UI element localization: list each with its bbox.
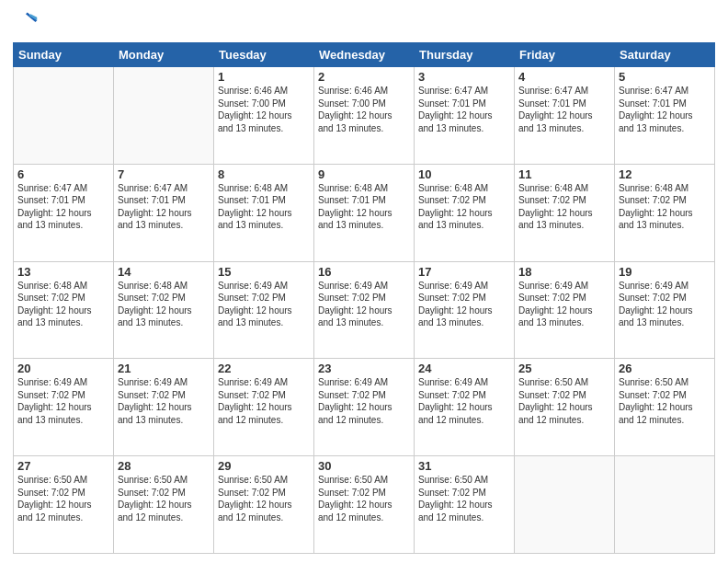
day-info: Sunrise: 6:46 AM Sunset: 7:00 PM Dayligh… xyxy=(218,85,310,134)
day-number: 31 xyxy=(418,459,510,473)
calendar-cell: 1Sunrise: 6:46 AM Sunset: 7:00 PM Daylig… xyxy=(214,67,314,165)
day-info: Sunrise: 6:49 AM Sunset: 7:02 PM Dayligh… xyxy=(218,280,310,329)
calendar-cell: 28Sunrise: 6:50 AM Sunset: 7:02 PM Dayli… xyxy=(114,456,214,554)
day-info: Sunrise: 6:50 AM Sunset: 7:02 PM Dayligh… xyxy=(418,474,510,523)
calendar-cell: 25Sunrise: 6:50 AM Sunset: 7:02 PM Dayli… xyxy=(515,359,615,456)
day-info: Sunrise: 6:49 AM Sunset: 7:02 PM Dayligh… xyxy=(318,376,410,426)
calendar-cell: 21Sunrise: 6:49 AM Sunset: 7:02 PM Dayli… xyxy=(114,359,214,456)
day-info: Sunrise: 6:49 AM Sunset: 7:02 PM Dayligh… xyxy=(318,280,410,329)
day-info: Sunrise: 6:48 AM Sunset: 7:02 PM Dayligh… xyxy=(619,182,711,232)
logo-icon xyxy=(13,9,39,35)
calendar-table: SundayMondayTuesdayWednesdayThursdayFrid… xyxy=(13,42,715,554)
day-info: Sunrise: 6:48 AM Sunset: 7:02 PM Dayligh… xyxy=(418,182,510,232)
weekday-header-thursday: Thursday xyxy=(415,43,515,67)
calendar-week-row: 1Sunrise: 6:46 AM Sunset: 7:00 PM Daylig… xyxy=(14,67,715,165)
day-info: Sunrise: 6:49 AM Sunset: 7:02 PM Dayligh… xyxy=(17,376,109,426)
day-info: Sunrise: 6:49 AM Sunset: 7:02 PM Dayligh… xyxy=(418,280,510,329)
calendar-cell: 17Sunrise: 6:49 AM Sunset: 7:02 PM Dayli… xyxy=(415,261,515,359)
day-info: Sunrise: 6:47 AM Sunset: 7:01 PM Dayligh… xyxy=(118,182,210,232)
day-info: Sunrise: 6:47 AM Sunset: 7:01 PM Dayligh… xyxy=(518,85,610,134)
calendar-cell: 5Sunrise: 6:47 AM Sunset: 7:01 PM Daylig… xyxy=(615,67,715,165)
calendar-week-row: 6Sunrise: 6:47 AM Sunset: 7:01 PM Daylig… xyxy=(14,164,715,261)
day-info: Sunrise: 6:50 AM Sunset: 7:02 PM Dayligh… xyxy=(218,474,310,523)
calendar-cell: 19Sunrise: 6:49 AM Sunset: 7:02 PM Dayli… xyxy=(615,261,715,359)
calendar-cell: 11Sunrise: 6:48 AM Sunset: 7:02 PM Dayli… xyxy=(515,164,615,261)
calendar-cell: 20Sunrise: 6:49 AM Sunset: 7:02 PM Dayli… xyxy=(14,359,114,456)
weekday-header-saturday: Saturday xyxy=(615,43,715,67)
calendar-cell: 26Sunrise: 6:50 AM Sunset: 7:02 PM Dayli… xyxy=(615,359,715,456)
day-info: Sunrise: 6:47 AM Sunset: 7:01 PM Dayligh… xyxy=(418,85,510,134)
calendar-cell: 10Sunrise: 6:48 AM Sunset: 7:02 PM Dayli… xyxy=(415,164,515,261)
day-number: 7 xyxy=(118,167,210,181)
calendar-week-row: 27Sunrise: 6:50 AM Sunset: 7:02 PM Dayli… xyxy=(14,456,715,554)
day-info: Sunrise: 6:50 AM Sunset: 7:02 PM Dayligh… xyxy=(17,474,109,523)
calendar-cell: 24Sunrise: 6:49 AM Sunset: 7:02 PM Dayli… xyxy=(415,359,515,456)
day-info: Sunrise: 6:48 AM Sunset: 7:02 PM Dayligh… xyxy=(17,280,109,329)
day-number: 12 xyxy=(619,167,711,181)
day-info: Sunrise: 6:46 AM Sunset: 7:00 PM Dayligh… xyxy=(318,85,410,134)
calendar-header-row: SundayMondayTuesdayWednesdayThursdayFrid… xyxy=(14,43,715,67)
day-number: 22 xyxy=(218,362,310,375)
day-info: Sunrise: 6:50 AM Sunset: 7:02 PM Dayligh… xyxy=(118,474,210,523)
day-info: Sunrise: 6:47 AM Sunset: 7:01 PM Dayligh… xyxy=(17,182,109,232)
calendar-cell: 12Sunrise: 6:48 AM Sunset: 7:02 PM Dayli… xyxy=(615,164,715,261)
day-number: 30 xyxy=(318,459,410,473)
day-number: 17 xyxy=(418,265,510,279)
calendar-cell: 22Sunrise: 6:49 AM Sunset: 7:02 PM Dayli… xyxy=(214,359,314,456)
day-info: Sunrise: 6:50 AM Sunset: 7:02 PM Dayligh… xyxy=(619,376,711,426)
calendar-cell: 4Sunrise: 6:47 AM Sunset: 7:01 PM Daylig… xyxy=(515,67,615,165)
day-number: 27 xyxy=(17,459,109,473)
day-number: 18 xyxy=(518,265,610,279)
day-number: 14 xyxy=(118,265,210,279)
day-number: 13 xyxy=(17,265,109,279)
calendar-cell: 9Sunrise: 6:48 AM Sunset: 7:01 PM Daylig… xyxy=(314,164,415,261)
day-info: Sunrise: 6:48 AM Sunset: 7:02 PM Dayligh… xyxy=(118,280,210,329)
calendar-cell: 30Sunrise: 6:50 AM Sunset: 7:02 PM Dayli… xyxy=(314,456,415,554)
weekday-header-friday: Friday xyxy=(515,43,615,67)
day-number: 23 xyxy=(318,362,410,375)
weekday-header-monday: Monday xyxy=(114,43,214,67)
calendar-cell: 15Sunrise: 6:49 AM Sunset: 7:02 PM Dayli… xyxy=(214,261,314,359)
calendar-cell: 6Sunrise: 6:47 AM Sunset: 7:01 PM Daylig… xyxy=(14,164,114,261)
day-number: 9 xyxy=(318,167,410,181)
day-info: Sunrise: 6:47 AM Sunset: 7:01 PM Dayligh… xyxy=(619,85,711,134)
day-info: Sunrise: 6:48 AM Sunset: 7:01 PM Dayligh… xyxy=(218,182,310,232)
day-info: Sunrise: 6:50 AM Sunset: 7:02 PM Dayligh… xyxy=(318,474,410,523)
calendar-week-row: 20Sunrise: 6:49 AM Sunset: 7:02 PM Dayli… xyxy=(14,359,715,456)
calendar-cell: 29Sunrise: 6:50 AM Sunset: 7:02 PM Dayli… xyxy=(214,456,314,554)
day-number: 3 xyxy=(418,70,510,84)
calendar-cell: 2Sunrise: 6:46 AM Sunset: 7:00 PM Daylig… xyxy=(314,67,415,165)
day-number: 19 xyxy=(619,265,711,279)
weekday-header-tuesday: Tuesday xyxy=(214,43,314,67)
calendar-cell: 16Sunrise: 6:49 AM Sunset: 7:02 PM Dayli… xyxy=(314,261,415,359)
day-number: 24 xyxy=(418,362,510,375)
day-number: 16 xyxy=(318,265,410,279)
calendar-cell: 27Sunrise: 6:50 AM Sunset: 7:02 PM Dayli… xyxy=(14,456,114,554)
day-number: 26 xyxy=(619,362,711,375)
calendar-cell: 23Sunrise: 6:49 AM Sunset: 7:02 PM Dayli… xyxy=(314,359,415,456)
day-number: 21 xyxy=(118,362,210,375)
calendar-cell xyxy=(515,456,615,554)
day-info: Sunrise: 6:49 AM Sunset: 7:02 PM Dayligh… xyxy=(118,376,210,426)
day-number: 10 xyxy=(418,167,510,181)
svg-rect-0 xyxy=(13,9,39,35)
day-number: 15 xyxy=(218,265,310,279)
day-info: Sunrise: 6:49 AM Sunset: 7:02 PM Dayligh… xyxy=(218,376,310,426)
day-info: Sunrise: 6:50 AM Sunset: 7:02 PM Dayligh… xyxy=(518,376,610,426)
day-number: 29 xyxy=(218,459,310,473)
weekday-header-wednesday: Wednesday xyxy=(314,43,415,67)
day-number: 11 xyxy=(518,167,610,181)
day-info: Sunrise: 6:48 AM Sunset: 7:02 PM Dayligh… xyxy=(518,182,610,232)
day-info: Sunrise: 6:49 AM Sunset: 7:02 PM Dayligh… xyxy=(418,376,510,426)
day-info: Sunrise: 6:48 AM Sunset: 7:01 PM Dayligh… xyxy=(318,182,410,232)
header xyxy=(13,9,715,35)
day-number: 1 xyxy=(218,70,310,84)
logo xyxy=(13,9,42,35)
calendar-cell xyxy=(14,67,114,165)
day-info: Sunrise: 6:49 AM Sunset: 7:02 PM Dayligh… xyxy=(518,280,610,329)
calendar-cell: 18Sunrise: 6:49 AM Sunset: 7:02 PM Dayli… xyxy=(515,261,615,359)
day-number: 6 xyxy=(17,167,109,181)
calendar-week-row: 13Sunrise: 6:48 AM Sunset: 7:02 PM Dayli… xyxy=(14,261,715,359)
day-info: Sunrise: 6:49 AM Sunset: 7:02 PM Dayligh… xyxy=(619,280,711,329)
weekday-header-sunday: Sunday xyxy=(14,43,114,67)
